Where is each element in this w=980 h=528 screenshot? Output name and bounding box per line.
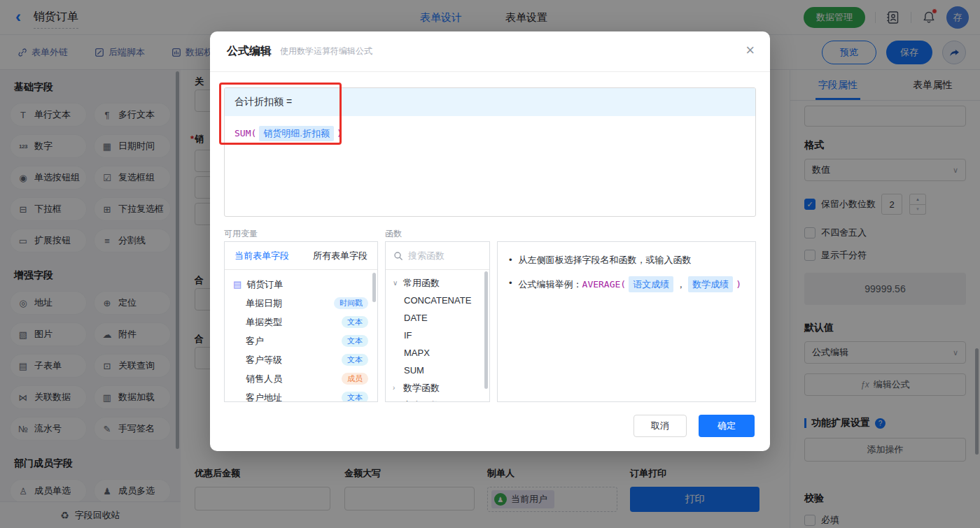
function-item[interactable]: IF xyxy=(386,327,489,344)
confirm-button[interactable]: 确定 xyxy=(699,415,755,437)
function-group-math[interactable]: › 数学函数 xyxy=(386,379,489,397)
formula-editor-area[interactable]: 合计折扣额 = SUM(销货明细.折扣额) xyxy=(224,87,756,217)
functions-list: ∨ 常用函数 CONCATENATE DATE IF MAPX SUM › 数学… xyxy=(386,270,489,402)
function-item[interactable]: DATE xyxy=(386,309,489,327)
function-group-text[interactable]: › 文本函数 xyxy=(386,397,489,402)
close-icon[interactable]: × xyxy=(746,43,755,58)
variable-field[interactable]: 单据日期时间戳 xyxy=(225,294,377,313)
variables-panel: 当前表单字段 所有表单字段 ▤ 销货订单 单据日期时间戳 单据类型文本 客户文本 xyxy=(224,241,378,402)
chevron-down-icon: ∨ xyxy=(393,279,399,287)
function-item[interactable]: MAPX xyxy=(386,344,489,362)
search-placeholder: 搜索函数 xyxy=(408,250,444,262)
function-item[interactable]: SUM xyxy=(386,362,489,379)
dialog-title: 公式编辑 xyxy=(227,44,272,59)
function-group-common[interactable]: ∨ 常用函数 xyxy=(386,274,489,292)
closing-paren: ) xyxy=(337,128,342,138)
variables-list: ▤ 销货订单 单据日期时间戳 单据类型文本 客户文本 客户等级文本 销售人员成员 xyxy=(225,270,377,402)
example-function: AVERAGE( xyxy=(582,279,626,290)
chevron-right-icon: › xyxy=(393,384,399,392)
help-panel: • 从左侧面板选择字段名和函数，或输入函数 • 公式编辑举例：AVERAGE(语… xyxy=(497,241,756,402)
variable-field[interactable]: 客户等级文本 xyxy=(225,350,377,369)
type-badge: 文本 xyxy=(342,354,368,366)
form-node[interactable]: ▤ 销货订单 xyxy=(225,275,377,294)
functions-panel: 搜索函数 ∨ 常用函数 CONCATENATE DATE IF MAPX SUM… xyxy=(385,241,490,402)
type-badge: 文本 xyxy=(342,335,368,347)
app-window: ‹ 销货订单 表单设计 表单设置 数据管理 xyxy=(0,0,980,528)
type-badge: 文本 xyxy=(342,392,368,402)
variables-tabs: 当前表单字段 所有表单字段 xyxy=(225,242,377,270)
functions-label: 函数 xyxy=(385,228,402,240)
variable-field[interactable]: 单据类型文本 xyxy=(225,313,377,331)
type-badge: 文本 xyxy=(342,316,368,328)
tab-current-form-fields[interactable]: 当前表单字段 xyxy=(234,250,289,262)
field-token[interactable]: 销货明细.折扣额 xyxy=(259,126,334,141)
variables-label: 可用变量 xyxy=(224,228,258,240)
function-search[interactable]: 搜索函数 xyxy=(386,242,489,270)
tab-all-form-fields[interactable]: 所有表单字段 xyxy=(313,250,368,262)
example-token: 数学成绩 xyxy=(688,276,733,293)
variables-scrollbar[interactable] xyxy=(372,273,376,302)
formula-editor-dialog: 公式编辑 使用数学运算符编辑公式 × 合计折扣额 = SUM(销货明细.折扣额)… xyxy=(210,31,770,451)
search-icon xyxy=(393,251,403,261)
variable-field[interactable]: 客户文本 xyxy=(225,331,377,350)
dialog-footer: 取消 确定 xyxy=(634,415,755,437)
function-item[interactable]: CONCATENATE xyxy=(386,292,489,309)
help-tip: • 从左侧面板选择字段名和函数，或输入函数 xyxy=(509,253,744,267)
dialog-subtitle: 使用数学运算符编辑公式 xyxy=(280,45,372,57)
formula-expression[interactable]: SUM(销货明细.折扣额) xyxy=(225,116,755,151)
cancel-button[interactable]: 取消 xyxy=(634,415,687,437)
variable-field[interactable]: 销售人员成员 xyxy=(225,369,377,388)
type-badge: 成员 xyxy=(342,373,368,385)
dialog-header: 公式编辑 使用数学运算符编辑公式 xyxy=(210,31,770,72)
help-example: • 公式编辑举例：AVERAGE(语文成绩，数学成绩) xyxy=(509,276,744,293)
variable-field[interactable]: 客户地址文本 xyxy=(225,388,377,402)
chevron-right-icon: › xyxy=(393,401,399,402)
example-token: 语文成绩 xyxy=(629,276,673,293)
formula-target: 合计折扣额 = xyxy=(225,88,755,116)
type-badge: 时间戳 xyxy=(334,297,368,309)
functions-scrollbar[interactable] xyxy=(484,271,488,389)
document-icon: ▤ xyxy=(233,279,241,290)
function-name: SUM( xyxy=(234,128,256,138)
